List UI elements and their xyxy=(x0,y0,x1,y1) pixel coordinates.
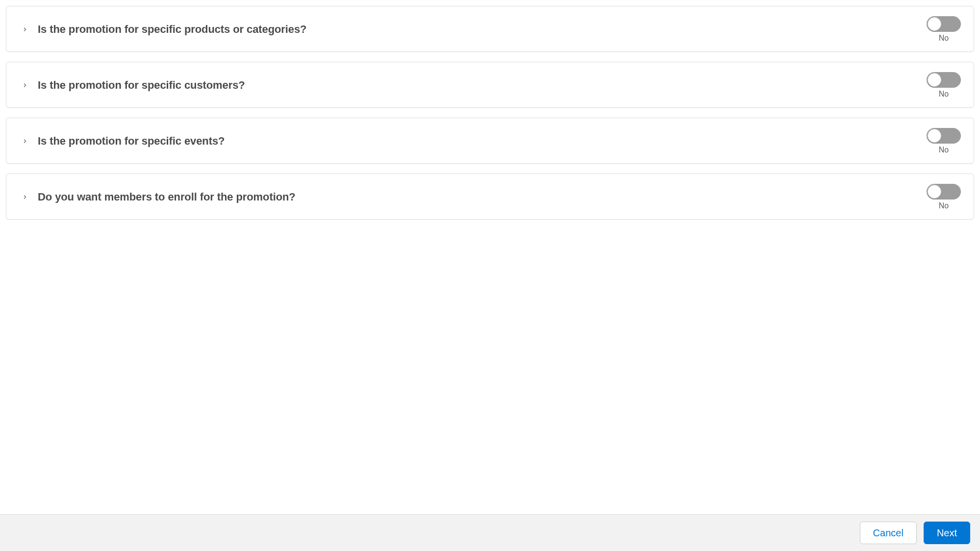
question-label: Is the promotion for specific customers? xyxy=(38,79,245,92)
toggle-customers[interactable] xyxy=(927,72,961,88)
question-label: Is the promotion for specific events? xyxy=(38,135,225,148)
toggle-knob xyxy=(928,185,941,199)
chevron-right-icon[interactable] xyxy=(21,137,29,145)
card-left: Is the promotion for specific products o… xyxy=(21,23,306,36)
toggle-knob xyxy=(928,129,941,143)
toggle-enroll[interactable] xyxy=(927,184,961,200)
question-card-enroll: Do you want members to enroll for the pr… xyxy=(6,174,974,220)
question-card-customers: Is the promotion for specific customers?… xyxy=(6,62,974,108)
toggle-state-label: No xyxy=(939,201,949,210)
footer-bar: Cancel Next xyxy=(0,514,980,551)
card-left: Do you want members to enroll for the pr… xyxy=(21,191,296,203)
card-left: Is the promotion for specific events? xyxy=(21,135,225,148)
question-label: Is the promotion for specific products o… xyxy=(38,23,306,36)
toggle-state-label: No xyxy=(939,34,949,43)
question-card-events: Is the promotion for specific events? No xyxy=(6,118,974,164)
chevron-right-icon[interactable] xyxy=(21,193,29,201)
question-card-products-categories: Is the promotion for specific products o… xyxy=(6,6,974,52)
toggle-state-label: No xyxy=(939,90,949,99)
toggle-events[interactable] xyxy=(927,128,961,144)
chevron-right-icon[interactable] xyxy=(21,81,29,89)
card-left: Is the promotion for specific customers? xyxy=(21,79,245,92)
toggle-products-categories[interactable] xyxy=(927,16,961,32)
toggle-group: No xyxy=(927,16,961,43)
next-button[interactable]: Next xyxy=(924,522,970,544)
toggle-group: No xyxy=(927,128,961,154)
page-root: Is the promotion for specific products o… xyxy=(0,0,980,551)
chevron-right-icon[interactable] xyxy=(21,25,29,33)
toggle-state-label: No xyxy=(939,146,949,154)
content-area: Is the promotion for specific products o… xyxy=(0,0,980,514)
question-label: Do you want members to enroll for the pr… xyxy=(38,191,296,203)
toggle-knob xyxy=(928,73,941,87)
cancel-button[interactable]: Cancel xyxy=(860,522,917,544)
toggle-group: No xyxy=(927,72,961,99)
toggle-knob xyxy=(928,17,941,31)
toggle-group: No xyxy=(927,184,961,210)
